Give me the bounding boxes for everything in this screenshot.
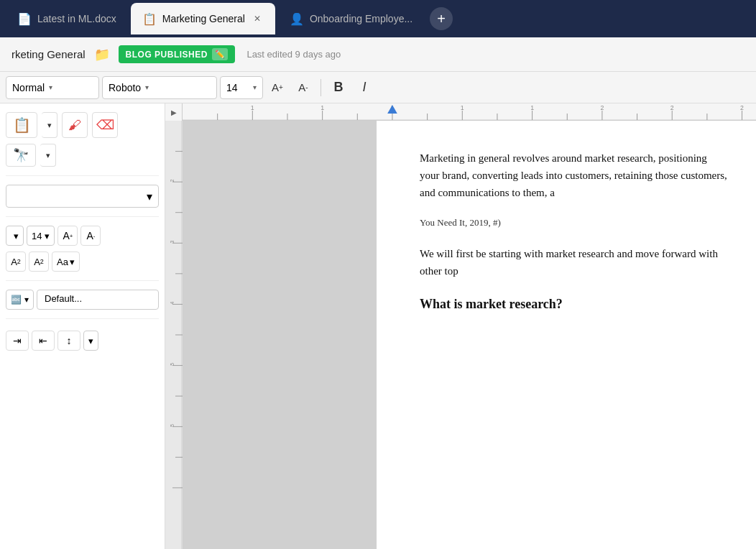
document-area: ▶	[165, 103, 756, 549]
indent-button[interactable]: ⇥	[6, 331, 29, 351]
sidebar-divider-4	[6, 318, 159, 319]
clear-format-button[interactable]: ⌫	[92, 112, 118, 138]
sidebar-decrease-font-button[interactable]: A-	[80, 226, 101, 246]
decrease-font-button[interactable]: A-	[292, 76, 315, 99]
sidebar-style-dropdown[interactable]: ▾	[6, 185, 159, 208]
formatting-toolbar: Normal ▾ Roboto ▾ 14 ▾ A+ A- B I	[0, 72, 756, 103]
sidebar-text-style-row: A2 A2 Aa ▾	[6, 252, 159, 272]
tab-onboarding[interactable]: 👤 Onboarding Employe...	[278, 3, 424, 34]
svg-text:1: 1	[321, 104, 324, 111]
style-chevron-icon: ▾	[49, 83, 52, 91]
paragraph-2: We will first be starting with market re…	[420, 245, 727, 280]
tab-person-icon: 👤	[290, 12, 304, 26]
size-chevron-icon: ▾	[253, 83, 257, 91]
tab-label: Onboarding Employe...	[310, 13, 412, 24]
header-bar: rketing General 📁 BLOG PUBLISHED ✏️ Last…	[0, 37, 756, 72]
font-chevron-icon: ▾	[145, 83, 149, 91]
sidebar: 📋 ▾ 🖌 ⌫ 🔭 ▾ ▾ ▾ 14 ▾ A+	[0, 103, 165, 549]
heading-market-research: What is market research?	[420, 294, 727, 315]
svg-text:1: 1	[461, 104, 464, 111]
blog-published-badge: BLOG PUBLISHED ✏️	[119, 45, 236, 63]
sidebar-font-size-select[interactable]: 14 ▾	[27, 226, 55, 246]
font-size-chevron: ▾	[45, 231, 50, 241]
subscript-button[interactable]: A2	[29, 252, 49, 272]
new-tab-button[interactable]: +	[430, 7, 453, 30]
svg-text:5: 5	[168, 363, 175, 366]
sidebar-align-row: ⇥ ⇤ ↕ ▾	[6, 331, 159, 351]
align-dropdown[interactable]: ▾	[83, 331, 98, 351]
svg-text:1: 1	[251, 104, 254, 111]
sidebar-clipboard-row: 📋 ▾ 🖌 ⌫	[6, 112, 159, 138]
svg-text:2: 2	[670, 104, 674, 111]
aa-label: Aa	[57, 257, 68, 267]
tab-bar: 📄 Latest in ML.docx 📋 Marketing General …	[0, 0, 756, 37]
sidebar-increase-font-button[interactable]: A+	[57, 226, 78, 246]
sidebar-divider-1	[6, 175, 159, 176]
default-style-button[interactable]: Default...	[37, 290, 159, 310]
format-painter-button[interactable]: 🖌	[62, 112, 88, 138]
sidebar-font-size-row: ▾ 14 ▾ A+ A-	[6, 226, 159, 246]
svg-text:5: 5	[168, 424, 175, 427]
citation-text: You Need It, 2019, #)	[420, 216, 727, 231]
font-dropdown[interactable]: Roboto ▾	[102, 76, 217, 99]
sidebar-divider-3	[6, 280, 159, 281]
tab-label: Latest in ML.docx	[37, 13, 116, 24]
font-size-dropdown[interactable]: 14 ▾	[220, 76, 263, 99]
line-spacing-button[interactable]: ↕	[57, 331, 80, 351]
tab-doc-icon: 📄	[17, 12, 32, 26]
doc-scroll-area[interactable]: 2 3 4 5 5 Marketing in general revolves …	[165, 121, 756, 549]
superscript-button[interactable]: A2	[6, 252, 26, 272]
find-button[interactable]: 🔭	[6, 144, 36, 167]
italic-button[interactable]: I	[353, 76, 376, 99]
ruler-container: ▶	[165, 103, 756, 121]
sidebar-dropdown-chevron: ▾	[147, 190, 152, 203]
font-size-label: 14	[32, 231, 42, 241]
find-dropdown-button[interactable]: ▾	[40, 144, 56, 167]
lang-icon: 🔤	[11, 295, 22, 305]
page-area: Marketing in general revolves around mar…	[183, 121, 756, 549]
lang-chevron: ▾	[24, 295, 29, 305]
svg-text:2: 2	[740, 104, 744, 111]
toolbar-divider-1	[321, 79, 321, 96]
sidebar-find-row: 🔭 ▾	[6, 144, 159, 167]
style-chevron: ▾	[14, 231, 19, 241]
style-label: Normal	[12, 82, 45, 93]
paste-button[interactable]: 📋	[6, 112, 37, 138]
document-page[interactable]: Marketing in general revolves around mar…	[377, 121, 756, 549]
tab-marketing-general[interactable]: 📋 Marketing General ✕	[131, 3, 275, 34]
tab-label: Marketing General	[162, 13, 245, 24]
bold-button[interactable]: B	[327, 76, 350, 99]
last-edited-label: Last edited 9 days ago	[246, 49, 341, 60]
aa-chevron: ▾	[70, 257, 75, 267]
doc-title: rketing General	[11, 48, 86, 60]
tab-doc-icon: 📋	[142, 12, 157, 26]
font-label: Roboto	[109, 82, 141, 93]
outdent-button[interactable]: ⇤	[32, 331, 55, 351]
sidebar-divider-2	[6, 216, 159, 217]
vertical-ruler: 2 3 4 5 5	[165, 121, 183, 549]
svg-text:4: 4	[168, 302, 175, 305]
svg-text:2: 2	[168, 180, 175, 183]
paragraph-1: Marketing in general revolves around mar…	[420, 149, 727, 201]
language-dropdown[interactable]: 🔤 ▾	[6, 290, 34, 310]
increase-font-button[interactable]: A+	[266, 76, 289, 99]
ruler-toggle-button[interactable]: ▶	[165, 103, 183, 121]
font-case-dropdown[interactable]: Aa ▾	[52, 252, 80, 272]
svg-text:3: 3	[168, 241, 175, 244]
badge-label: BLOG PUBLISHED	[126, 50, 208, 60]
folder-icon[interactable]: 📁	[94, 47, 110, 63]
main-layout: 📋 ▾ 🖌 ⌫ 🔭 ▾ ▾ ▾ 14 ▾ A+	[0, 103, 756, 549]
svg-text:2: 2	[600, 104, 604, 111]
paste-dropdown-button[interactable]: ▾	[42, 112, 57, 138]
horizontal-ruler: 1 1 1 1 1 2 2 2	[183, 103, 756, 120]
tab-latest-ml[interactable]: 📄 Latest in ML.docx	[6, 3, 128, 34]
page-margin-left	[183, 121, 377, 549]
edit-pencil-icon[interactable]: ✏️	[212, 48, 229, 60]
sidebar-lang-row: 🔤 ▾ Default...	[6, 290, 159, 310]
tab-close-button[interactable]: ✕	[251, 12, 264, 25]
style-dropdown[interactable]: Normal ▾	[6, 76, 99, 99]
align-chevron: ▾	[88, 336, 93, 346]
svg-text:1: 1	[530, 104, 534, 111]
sidebar-style-select[interactable]: ▾	[6, 226, 24, 246]
font-size-value: 14	[226, 82, 238, 93]
